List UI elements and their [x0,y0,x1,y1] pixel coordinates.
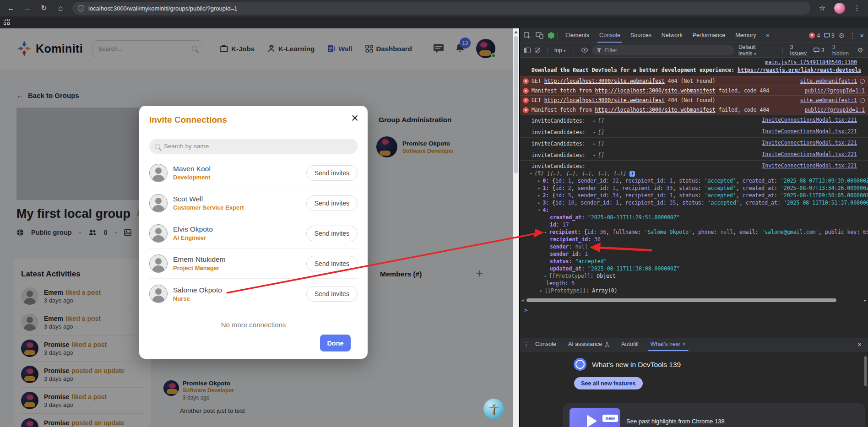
device-toolbar-icon[interactable] [536,32,543,39]
send-invites-button[interactable]: Send invites [306,195,358,211]
disclosure-icon[interactable]: ▸ [544,273,547,280]
source-link[interactable]: InviteConnectionsModal.tsx:221 [762,140,857,146]
array-item-line[interactable]: ▸2: {id: 5, sender_id: 34, recipient_id:… [520,192,868,200]
error-count-badge[interactable]: ×4 [809,32,820,39]
highlights-card[interactable]: new See past highlights from Chrome 138 [563,403,865,427]
scrollbar-thumb[interactable] [514,36,518,173]
eye-icon[interactable] [581,48,588,53]
source-link[interactable]: InviteConnectionsModal.tsx:221 [762,117,857,124]
console-horizontal-scrollbar[interactable]: ◂ ▸ [520,297,868,303]
info-icon[interactable]: i [629,171,635,177]
source-link[interactable]: InviteConnectionsModal.tsx:221 [762,162,857,169]
send-invites-button[interactable]: Send invites [306,165,358,181]
array-item-line[interactable]: ▾4: [520,207,868,214]
console-log-row[interactable]: inviteCandidates: ▸[] InviteConnectionsM… [520,137,868,149]
clear-console-icon[interactable] [535,48,540,53]
devtools-menu-icon[interactable]: ⋮ [849,32,856,40]
drawer-tab-autofill[interactable]: Autofill [621,338,639,351]
console-settings-gear-icon[interactable]: ⚙ [857,46,863,54]
source-link[interactable]: site.webmanifest:1 [800,97,857,104]
bookmark-star-icon[interactable]: ☆ [818,4,827,13]
address-bar[interactable]: i localhost:3000/wall/mykominiti/groups/… [72,2,810,15]
tab-network[interactable]: Network [662,28,683,43]
disclosure-icon[interactable]: ▸ [540,287,542,294]
source-link[interactable]: InviteConnectionsModal.tsx:221 [762,128,857,135]
console-log-row[interactable]: inviteCandidates: ▸[] InviteConnectionsM… [520,149,868,160]
console-error-row[interactable]: × GET http://localhost:3000/site.webmani… [520,95,868,105]
browser-menu-icon[interactable]: ⋮ [852,4,862,13]
scroll-right-icon[interactable]: ▸ [864,298,866,303]
palm-tree-fab[interactable] [483,399,504,419]
extension-hexagon-icon[interactable] [548,32,554,39]
disclosure-icon[interactable]: ▸ [593,152,596,159]
prototype-line[interactable]: ▸[[Prototype]]: Object [520,273,868,280]
page-scrollbar[interactable] [513,28,519,427]
console-log-row[interactable]: inviteCandidates: InviteConnectionsModal… [520,160,868,170]
disclosure-icon[interactable]: ▸ [538,185,540,192]
hidden-messages-label[interactable]: 3 hidden [832,44,853,57]
console-filter-input[interactable]: Filter [592,45,734,55]
browser-profile-avatar[interactable] [834,3,845,14]
done-button[interactable]: Done [320,335,351,351]
inspect-icon[interactable] [524,32,531,39]
source-link[interactable]: public/?groupId=1:1 [804,107,865,114]
devtools-close-icon[interactable]: × [860,32,864,39]
array-item-line[interactable]: ▸3: {id: 10, sender_id: 1, recipient_id:… [520,200,868,207]
prototype-line[interactable]: ▸[[Prototype]]: Array(0) [520,287,868,295]
drawer-menu-icon[interactable]: ⋮ [523,341,529,348]
source-link[interactable]: InviteConnectionsModal.tsx:221 [762,151,857,158]
console-sidebar-icon[interactable] [524,48,531,53]
modal-close-icon[interactable]: × [351,111,358,125]
console-info-row[interactable]: main.js?ts=1754911840540:1100 Download t… [520,58,868,76]
drawer-tab-console[interactable]: Console [535,338,556,351]
apps-grid-icon[interactable] [4,19,11,26]
console-error-row[interactable]: × GET http://localhost:3000/site.webmani… [520,76,868,86]
drawer-tab-ai-assistance[interactable]: AI assistance [568,338,609,351]
see-all-features-button[interactable]: See all new features [574,377,643,389]
issues-count-badge[interactable]: 3 [824,32,835,39]
modal-search-input[interactable]: Search by name [149,139,358,154]
array-preview-line[interactable]: ▾(5) [{…}, {…}, {…}, {…}, {…}]i [520,170,868,178]
settings-gear-icon[interactable]: ⚙ [839,32,845,40]
initiator-icon[interactable] [860,79,865,84]
disclosure-icon[interactable]: ▸ [538,178,540,184]
scrollbar-thumb[interactable] [526,298,836,302]
disclosure-icon[interactable]: ▸ [538,192,540,199]
disclosure-icon[interactable]: ▸ [593,129,596,136]
forward-icon[interactable]: → [23,4,32,13]
issues-link[interactable]: 3 Issues: 3 [790,44,824,57]
disclosure-icon[interactable]: ▸ [593,118,596,124]
source-link[interactable]: main.js?ts=1754911840540:1100 [765,59,857,66]
back-icon[interactable]: ← [6,4,16,13]
tab-elements[interactable]: Elements [565,28,589,43]
disclosure-icon[interactable]: ▸ [593,141,596,147]
source-link[interactable]: public/?groupId=1:1 [804,87,865,94]
context-selector[interactable]: top▼ [554,47,567,54]
tab-sources[interactable]: Sources [630,28,651,43]
drawer-tab-whats-new[interactable]: What's new× [651,338,686,351]
log-levels-dropdown[interactable]: Default levels▼ [738,44,776,57]
disclosure-icon[interactable]: ▸ [544,229,547,236]
video-thumbnail[interactable]: new [570,408,620,427]
send-invites-button[interactable]: Send invites [306,226,358,241]
scroll-left-icon[interactable]: ◂ [521,298,524,303]
console-log-row[interactable]: inviteCandidates: ▸[] InviteConnectionsM… [520,126,868,137]
scroll-up-arrow-icon[interactable] [514,31,518,33]
object-property-line[interactable]: ▸recipient: {id: 36, fullname: 'Salome O… [520,229,868,236]
tab-console[interactable]: Console [599,28,620,43]
site-info-icon[interactable]: i [78,5,84,11]
send-invites-button[interactable]: Send invites [306,286,358,302]
more-tabs-icon[interactable]: » [766,28,769,43]
console-error-row[interactable]: × Manifest fetch from http://localhost:3… [520,86,868,95]
close-tab-icon[interactable]: × [683,338,686,351]
drawer-close-icon[interactable]: × [857,341,864,348]
send-invites-button[interactable]: Send invites [306,256,358,271]
disclosure-open-icon[interactable]: ▾ [530,170,532,177]
tab-memory[interactable]: Memory [735,28,756,43]
initiator-icon[interactable] [860,98,865,103]
array-item-line[interactable]: ▸0: {id: 1, sender_id: 32, recipient_id:… [520,178,868,185]
array-item-line[interactable]: ▸1: {id: 2, sender_id: 1, recipient_id: … [520,185,868,192]
disclosure-open-icon[interactable]: ▾ [538,207,540,214]
reload-icon[interactable]: ↻ [39,4,49,13]
tab-performance[interactable]: Performance [693,28,726,43]
